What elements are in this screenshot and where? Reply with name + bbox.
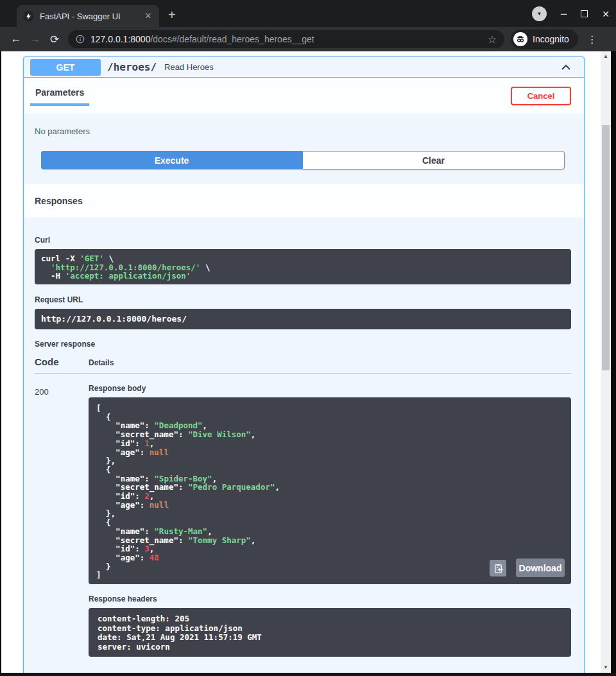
- code-column-header: Code: [35, 356, 89, 367]
- address-bar[interactable]: 127.0.0.1:8000/docs#/default/read_heroes…: [68, 30, 504, 48]
- opblock-get-heroes: GET /heroes/ Read Heroes Parameters Canc…: [23, 56, 585, 676]
- window-edge-right: [611, 51, 616, 676]
- opblock-summary[interactable]: GET /heroes/ Read Heroes: [24, 57, 584, 78]
- execute-button[interactable]: Execute: [41, 151, 302, 169]
- minimize-button[interactable]: ─: [561, 9, 567, 19]
- status-code: 200: [35, 384, 89, 657]
- no-parameters-text: No parameters: [35, 126, 573, 136]
- site-info-icon[interactable]: [76, 35, 85, 44]
- server-response-label: Server response: [35, 329, 571, 349]
- details-column-header: Details: [89, 358, 114, 367]
- forward-button[interactable]: →: [26, 33, 45, 46]
- incognito-badge: Incognito: [511, 30, 578, 49]
- request-url-value: http://127.0.0.1:8000/heroes/: [35, 309, 571, 329]
- maximize-button[interactable]: [581, 10, 588, 17]
- cancel-button[interactable]: Cancel: [511, 87, 571, 105]
- tab-parameters[interactable]: Parameters: [30, 78, 89, 106]
- window-edge-left: [0, 51, 1, 676]
- new-tab-button[interactable]: +: [168, 8, 176, 21]
- curl-label: Curl: [35, 218, 571, 245]
- endpoint-path: /heroes/: [107, 61, 157, 73]
- endpoint-summary: Read Heroes: [164, 62, 214, 72]
- server-response-table: Code Details 200 Response body [ { "name…: [35, 356, 571, 657]
- clear-button[interactable]: Clear: [302, 151, 565, 169]
- response-headers-label: Response headers: [89, 584, 571, 603]
- back-button[interactable]: ←: [6, 33, 26, 46]
- responses-body: Curl curl -X 'GET' \ 'http://127.0.0.1:8…: [24, 218, 584, 670]
- url-text: 127.0.0.1:8000/docs#/default/read_heroes…: [90, 34, 488, 44]
- http-method-badge: GET: [30, 59, 101, 76]
- parameters-header: Parameters Cancel: [24, 78, 584, 114]
- menu-kebab-icon[interactable]: ⋮: [585, 33, 600, 46]
- scrollbar-down-icon[interactable]: ▼: [601, 663, 611, 672]
- scrollbar-up-icon[interactable]: ▲: [601, 52, 611, 61]
- browser-toolbar: ← → ⟳ 127.0.0.1:8000/docs#/default/read_…: [0, 27, 616, 51]
- incognito-icon: [513, 32, 527, 46]
- request-url-label: Request URL: [35, 284, 571, 304]
- close-window-button[interactable]: ✕: [602, 9, 610, 19]
- tab-strip: FastAPI - Swagger UI ✕ + ▼ ─ ✕: [0, 0, 616, 27]
- responses-title: Responses: [35, 196, 83, 206]
- incognito-label: Incognito: [533, 34, 569, 44]
- window-edge-bottom: [0, 673, 616, 676]
- response-row-200: 200 Response body [ { "name": "Deadpond"…: [35, 374, 571, 657]
- collapse-chevron-icon[interactable]: [560, 61, 572, 74]
- tab-close-icon[interactable]: ✕: [142, 10, 154, 22]
- tab-title: FastAPI - Swagger UI: [40, 12, 142, 21]
- url-path: /docs#/default/read_heroes_heroes__get: [150, 34, 314, 44]
- responses-header: Responses: [24, 183, 584, 218]
- bookmark-star-icon[interactable]: ☆: [488, 33, 497, 46]
- parameters-body: No parameters Execute Clear: [24, 114, 584, 169]
- swagger-page: GET /heroes/ Read Heroes Parameters Canc…: [0, 51, 616, 676]
- browser-tab[interactable]: FastAPI - Swagger UI ✕: [17, 5, 159, 27]
- url-host: 127.0.0.1:8000: [90, 34, 150, 44]
- download-button[interactable]: Download: [516, 559, 565, 577]
- reload-button[interactable]: ⟳: [45, 33, 64, 46]
- profile-icon[interactable]: ▼: [532, 6, 547, 21]
- fastapi-favicon-icon: [23, 11, 34, 22]
- response-body-label: Response body: [89, 384, 571, 393]
- scrollbar-thumb[interactable]: [602, 125, 610, 370]
- page-scrollbar[interactable]: ▲ ▼: [601, 51, 611, 673]
- response-body-json: [ { "name": "Deadpond", "secret_name": "…: [89, 397, 571, 584]
- copy-response-button[interactable]: [490, 560, 506, 576]
- curl-command: curl -X 'GET' \ 'http://127.0.0.1:8000/h…: [35, 249, 571, 284]
- response-headers-block: content-length: 205 content-type: applic…: [89, 608, 571, 657]
